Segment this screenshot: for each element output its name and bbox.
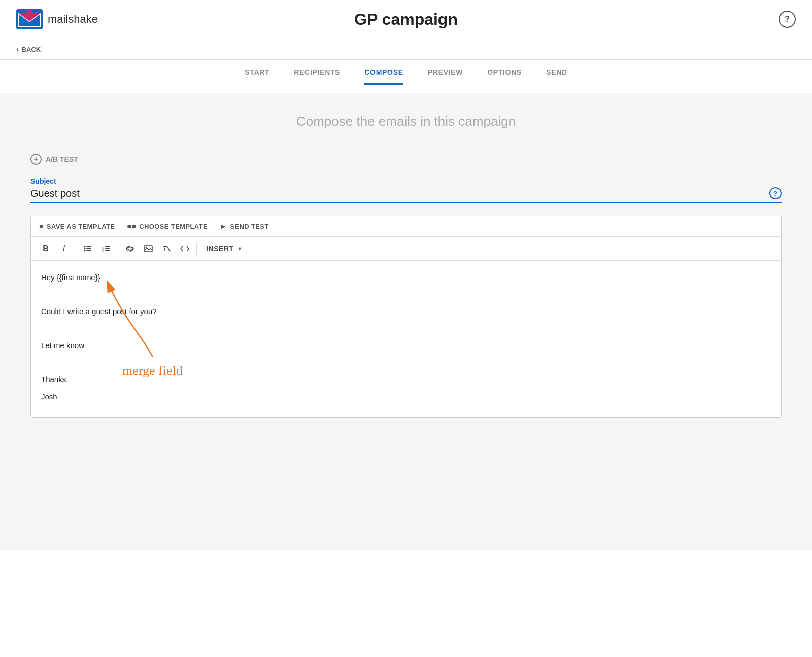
editor-line-4 (41, 322, 771, 335)
page-title: GP campaign (354, 10, 458, 29)
svg-rect-10 (105, 248, 110, 249)
editor-line-8: Josh (41, 390, 771, 403)
insert-chevron-icon: ▼ (237, 246, 243, 252)
code-button[interactable] (176, 241, 193, 256)
editor-container: ■ SAVE AS TEMPLATE ■■ CHOOSE TEMPLATE ► … (30, 216, 782, 418)
header: mailshake GP campaign ? (0, 0, 812, 39)
svg-rect-4 (86, 248, 91, 249)
step-compose[interactable]: COMPOSE (364, 68, 403, 85)
ab-plus-icon: + (30, 154, 42, 165)
link-button[interactable] (121, 241, 139, 256)
link-icon (125, 245, 134, 252)
logo-icon (16, 9, 43, 29)
ab-test-label: A/B TEST (46, 155, 78, 163)
svg-point-5 (84, 250, 86, 252)
subject-area: Subject ? (30, 177, 782, 203)
format-separator-3 (196, 243, 197, 255)
save-template-label: SAVE AS TEMPLATE (47, 223, 115, 230)
svg-rect-6 (86, 250, 91, 251)
bold-button[interactable]: B (37, 241, 54, 256)
editor-toolbar-format: B I 1. 2. 3. (31, 237, 781, 261)
clear-format-button[interactable]: T (158, 241, 175, 256)
step-send[interactable]: SEND (546, 68, 567, 85)
unordered-list-button[interactable] (79, 241, 96, 256)
svg-rect-2 (86, 246, 91, 247)
choose-template-label: CHOOSE TEMPLATE (139, 223, 208, 230)
subject-label: Subject (30, 177, 782, 185)
step-nav: START RECIPIENTS COMPOSE PREVIEW OPTIONS… (0, 60, 812, 93)
logo-area: mailshake (16, 9, 98, 29)
step-start[interactable]: START (245, 68, 269, 85)
code-icon (180, 245, 189, 252)
step-preview[interactable]: PREVIEW (428, 68, 463, 85)
clear-format-icon: T (162, 245, 171, 253)
editor-line-3: Could I write a guest post for you? (41, 305, 771, 318)
image-icon (144, 245, 153, 252)
subject-input[interactable] (30, 188, 769, 199)
step-recipients[interactable]: RECIPIENTS (294, 68, 340, 85)
send-test-icon: ► (220, 222, 227, 230)
svg-text:T: T (163, 245, 167, 252)
svg-rect-13 (144, 246, 152, 252)
back-nav: ‹ BACK (0, 39, 812, 60)
format-separator-1 (76, 243, 76, 255)
logo-text: mailshake (48, 13, 98, 26)
editor-line-6 (41, 356, 771, 369)
editor-toolbar-top: ■ SAVE AS TEMPLATE ■■ CHOOSE TEMPLATE ► … (31, 216, 781, 237)
insert-label: INSERT (206, 245, 234, 253)
choose-template-icon: ■■ (127, 222, 136, 230)
format-separator-2 (118, 243, 118, 255)
svg-line-16 (167, 247, 170, 252)
help-button[interactable]: ? (779, 11, 796, 28)
step-options[interactable]: OPTIONS (487, 68, 522, 85)
editor-line-7: Thanks, (41, 373, 771, 386)
editor-line-1: Hey {{first name}} (41, 271, 771, 284)
ordered-list-icon: 1. 2. 3. (102, 245, 110, 252)
subject-help-button[interactable]: ? (769, 187, 782, 199)
insert-dropdown[interactable]: INSERT ▼ (200, 241, 249, 256)
editor-body[interactable]: Hey {{first name}} Could I write a guest… (31, 261, 781, 417)
back-arrow-icon: ‹ (16, 45, 19, 53)
editor-line-2 (41, 288, 771, 301)
italic-button[interactable]: I (55, 241, 73, 256)
svg-point-3 (84, 248, 86, 250)
page-subtitle: Compose the emails in this campaign (30, 114, 782, 129)
svg-text:3.: 3. (102, 249, 104, 252)
save-template-icon: ■ (39, 222, 44, 230)
editor-line-5: Let me know. (41, 339, 771, 352)
subject-input-wrapper: ? (30, 187, 782, 203)
ab-test-button[interactable]: + A/B TEST (30, 154, 782, 165)
ordered-list-button[interactable]: 1. 2. 3. (97, 241, 115, 256)
send-test-button[interactable]: ► SEND TEST (220, 222, 269, 230)
svg-point-1 (84, 246, 86, 248)
image-button[interactable] (140, 241, 157, 256)
choose-template-button[interactable]: ■■ CHOOSE TEMPLATE (127, 222, 208, 230)
unordered-list-icon (84, 245, 92, 252)
svg-rect-12 (105, 250, 110, 251)
send-test-label: SEND TEST (230, 223, 268, 230)
save-template-button[interactable]: ■ SAVE AS TEMPLATE (39, 222, 115, 230)
svg-rect-8 (105, 246, 110, 247)
main-content: Compose the emails in this campaign + A/… (0, 93, 812, 550)
back-link[interactable]: ‹ BACK (16, 45, 796, 53)
back-label: BACK (22, 46, 41, 53)
